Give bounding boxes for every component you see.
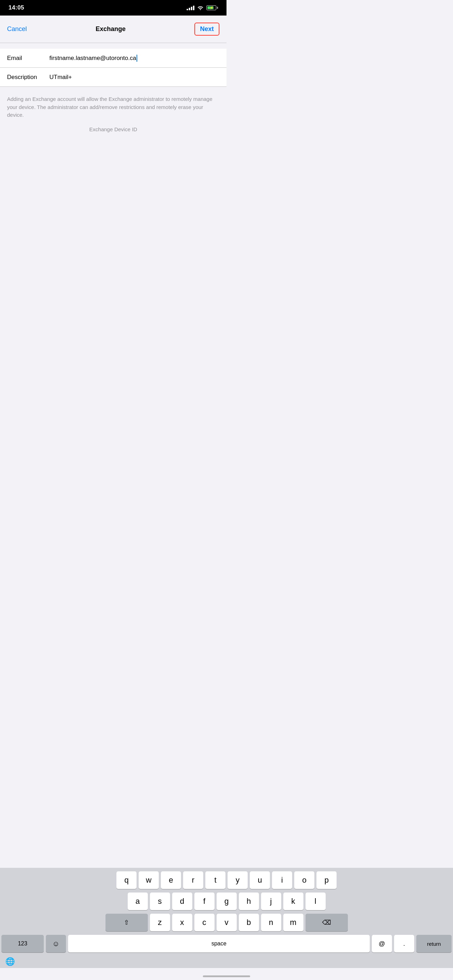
wifi-icon (197, 5, 203, 10)
navigation-bar: Cancel Exchange Next (0, 16, 227, 43)
description-field[interactable]: UTmail+ (49, 74, 219, 81)
cancel-button[interactable]: Cancel (7, 25, 27, 33)
status-icons: ⚡ (187, 5, 218, 10)
device-id-label: Exchange Device ID (7, 126, 219, 132)
form-section: Email firstname.lastname@utoronto.ca Des… (0, 49, 227, 87)
description-row: Description UTmail+ (0, 68, 227, 87)
text-cursor (137, 55, 137, 62)
page-title: Exchange (95, 25, 126, 33)
status-time: 14:05 (8, 4, 24, 11)
status-bar: 14:05 ⚡ (0, 0, 227, 16)
email-row: Email firstname.lastname@utoronto.ca (0, 49, 227, 68)
signal-icon (187, 5, 194, 10)
email-label: Email (7, 55, 49, 62)
info-text: Adding an Exchange account will allow th… (7, 95, 219, 119)
battery-icon: ⚡ (207, 5, 218, 10)
next-button[interactable]: Next (194, 22, 219, 36)
description-label: Description (7, 74, 49, 81)
info-section: Adding an Exchange account will allow th… (0, 87, 227, 138)
email-field[interactable]: firstname.lastname@utoronto.ca (49, 55, 219, 62)
